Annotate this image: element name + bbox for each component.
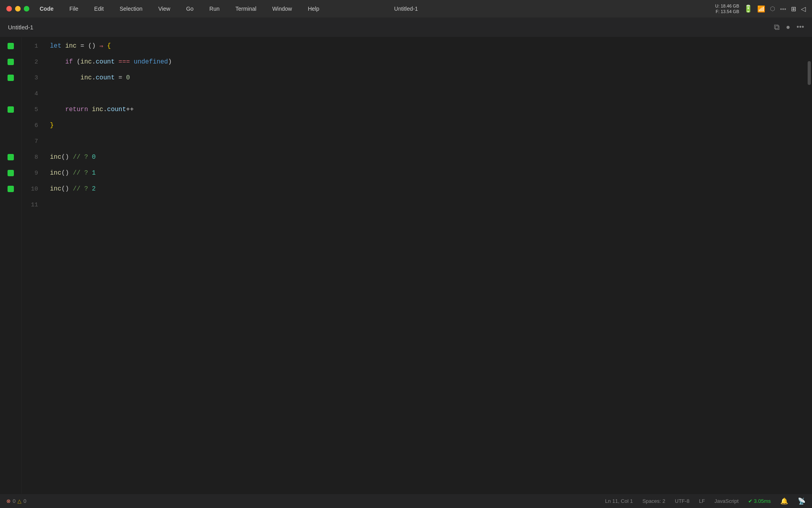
code-line: return inc.count++ [50, 102, 806, 117]
menu-code[interactable]: Code [37, 4, 56, 13]
breakpoint-dot[interactable] [8, 154, 14, 160]
menu-view[interactable]: View [156, 4, 172, 13]
line-number: 11 [22, 197, 44, 213]
code-token [50, 58, 65, 65]
code-token: () [61, 154, 69, 161]
cursor-position[interactable]: Ln 11, Col 1 [605, 498, 633, 504]
more-options-icon[interactable]: ••• [797, 23, 804, 31]
code-token [115, 58, 119, 65]
gutter-row[interactable] [0, 133, 21, 149]
menu-window[interactable]: Window [270, 4, 295, 13]
battery-icon: 🔋 [744, 4, 753, 13]
dot-indicator: ● [786, 23, 790, 31]
menu-file[interactable]: File [67, 4, 81, 13]
menu-terminal[interactable]: Terminal [233, 4, 259, 13]
breakpoint-dot[interactable] [8, 170, 14, 176]
scrollbar-thumb[interactable] [808, 61, 811, 85]
menu-go[interactable]: Go [184, 4, 196, 13]
code-token: inc [80, 74, 92, 81]
menu-extra-1: ⬡ [770, 5, 775, 12]
code-token: ++ [126, 106, 134, 113]
timing: ✔ 3.05ms [748, 498, 771, 504]
code-token: 0 [92, 154, 96, 161]
minimize-button[interactable] [15, 6, 21, 12]
menu-selection[interactable]: Selection [117, 4, 145, 13]
language-mode[interactable]: JavaScript [714, 498, 739, 504]
gutter-row[interactable] [0, 165, 21, 181]
error-count: 0 [13, 498, 15, 504]
code-line: } [50, 117, 806, 133]
code-token: inc [50, 185, 61, 192]
code-token: count [96, 58, 115, 65]
code-token: 0 [126, 74, 130, 81]
window-title: Untitled-1 [394, 6, 418, 12]
errors-status[interactable]: ⊗ 0 △ 0 [6, 498, 26, 504]
code-token: . [92, 58, 96, 65]
gutter-row[interactable] [0, 38, 21, 54]
code-line: inc() // ? 0 [50, 149, 806, 165]
gutter-row[interactable] [0, 102, 21, 117]
menu-extra-2: ••• [780, 6, 786, 12]
gutter-row[interactable] [0, 117, 21, 133]
line-numbers: 1234567891011 [22, 37, 44, 494]
code-token: inc [80, 58, 92, 65]
wifi-icon: 📶 [757, 5, 765, 13]
editor-titlebar: Untitled-1 ⧉ ● ••• [0, 17, 812, 37]
gutter-row[interactable] [0, 54, 21, 70]
code-token: // ? [73, 185, 88, 192]
code-token: // ? [73, 154, 88, 161]
code-token: === [119, 58, 130, 65]
code-token: = [115, 74, 126, 81]
code-token: = [77, 42, 88, 50]
gutter-row[interactable] [0, 86, 21, 102]
code-token: // ? [73, 169, 88, 177]
breakpoint-dot[interactable] [8, 59, 14, 65]
system-info: U: 18.46 GB F: 13.54 GB [715, 3, 739, 15]
breakpoint-dot[interactable] [8, 75, 14, 81]
code-line: let inc = () ⇒ { [50, 38, 806, 54]
statusbar-right: Ln 11, Col 1 Spaces: 2 UTF-8 LF JavaScri… [605, 497, 806, 505]
statusbar-left: ⊗ 0 △ 0 [6, 498, 26, 504]
breakpoint-dot[interactable] [8, 186, 14, 192]
scrollbar[interactable] [806, 37, 812, 494]
split-editor-icon[interactable]: ⧉ [774, 23, 779, 32]
menu-items: Code File Edit Selection View Go Run Ter… [37, 4, 322, 13]
code-token: ) [168, 58, 172, 65]
notification-bell[interactable]: 🔔 [780, 497, 788, 505]
code-line [50, 197, 806, 213]
gutter-row[interactable] [0, 197, 21, 213]
code-token: . [103, 106, 107, 113]
encoding[interactable]: UTF-8 [675, 498, 689, 504]
line-number: 6 [22, 117, 44, 133]
code-line: inc() // ? 1 [50, 165, 806, 181]
line-number: 1 [22, 38, 44, 54]
menu-run[interactable]: Run [207, 4, 222, 13]
eol[interactable]: LF [699, 498, 705, 504]
code-token [69, 154, 73, 161]
code-line [50, 133, 806, 149]
menu-help[interactable]: Help [305, 4, 322, 13]
code-editor[interactable]: let inc = () ⇒ { if (inc.count === undef… [44, 37, 806, 494]
code-token: let [50, 42, 65, 50]
gutter-row[interactable] [0, 149, 21, 165]
code-token [130, 58, 134, 65]
error-icon: ⊗ [6, 498, 11, 504]
menu-edit[interactable]: Edit [92, 4, 106, 13]
code-token: inc [65, 42, 77, 50]
broadcast-icon[interactable]: 📡 [798, 497, 806, 505]
code-token: } [50, 122, 54, 129]
indentation[interactable]: Spaces: 2 [642, 498, 665, 504]
close-button[interactable] [6, 6, 12, 12]
editor-tab-title[interactable]: Untitled-1 [8, 24, 33, 31]
maximize-button[interactable] [24, 6, 29, 12]
code-token [88, 154, 92, 161]
sys-f: F: 13.54 GB [716, 9, 739, 14]
control-center-icon: ⊞ [791, 5, 796, 13]
back-icon: ◁ [801, 5, 806, 13]
line-number: 5 [22, 102, 44, 117]
breakpoint-dot[interactable] [8, 43, 14, 49]
gutter-row[interactable] [0, 181, 21, 197]
breakpoint-dot[interactable] [8, 106, 14, 113]
line-number: 10 [22, 181, 44, 197]
gutter-row[interactable] [0, 70, 21, 86]
